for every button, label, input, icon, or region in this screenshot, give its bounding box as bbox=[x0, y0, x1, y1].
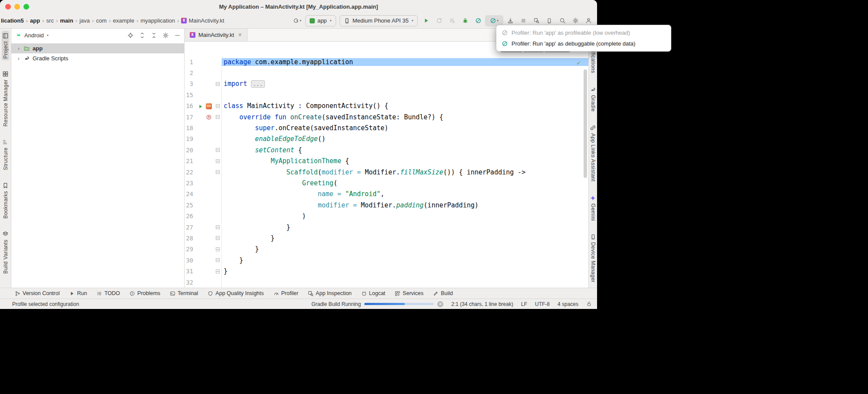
tool-window-button-terminal[interactable]: Terminal bbox=[170, 290, 198, 296]
tool-window-button-device-manager[interactable]: Device Manager bbox=[590, 232, 597, 284]
project-view-selector[interactable]: Android ▾ bbox=[16, 32, 49, 39]
close-tab-icon[interactable]: ✕ bbox=[238, 32, 242, 38]
fold-marker[interactable] bbox=[216, 236, 220, 240]
code-line[interactable]: 25 modifier = Modifier.padding(innerPadd… bbox=[185, 200, 588, 210]
code-line[interactable]: 2 bbox=[185, 67, 588, 78]
code-text[interactable]: Scaffold(modifier = Modifier.fillMaxSize… bbox=[222, 168, 588, 176]
lock-icon[interactable] bbox=[586, 301, 592, 307]
tool-window-button-gradle[interactable]: Gradle bbox=[589, 85, 597, 113]
code-line[interactable]: 20 setContent { bbox=[185, 144, 588, 155]
fold-marker[interactable] bbox=[216, 225, 220, 229]
code-text[interactable]: package com.example.myapplication bbox=[222, 58, 588, 66]
titlebar[interactable]: My Application – MainActivity.kt [My_App… bbox=[0, 0, 597, 13]
run-gutter-icon[interactable] bbox=[198, 103, 203, 111]
tool-window-button-structure[interactable]: Structure bbox=[2, 137, 9, 172]
rerun-icon[interactable] bbox=[433, 15, 445, 26]
cancel-build-icon[interactable]: ✕ bbox=[437, 301, 443, 307]
code-text[interactable]: } bbox=[222, 267, 588, 275]
code-text[interactable]: } bbox=[222, 256, 588, 264]
code-editor[interactable]: 1 package com.example.myapplication 2 3 … bbox=[185, 42, 588, 288]
debug-icon[interactable] bbox=[459, 15, 471, 26]
tool-window-button-todo[interactable]: TODO bbox=[96, 290, 120, 296]
code-text[interactable]: ) bbox=[222, 212, 588, 220]
code-text[interactable]: modifier = Modifier.padding(innerPadding… bbox=[222, 201, 588, 209]
breadcrumb-item[interactable]: src bbox=[46, 17, 55, 24]
close-window-button[interactable] bbox=[5, 4, 11, 10]
tool-window-button-resource-manager[interactable]: Resource Manager bbox=[2, 69, 9, 128]
tool-window-button-build-variants[interactable]: Build Variants bbox=[2, 229, 9, 276]
code-line[interactable]: 23 Greeting( bbox=[185, 177, 588, 188]
code-line[interactable]: 30 } bbox=[185, 255, 588, 266]
tool-window-button-gemini[interactable]: Gemini bbox=[589, 193, 597, 223]
popup-item[interactable]: Profiler: Run 'app' as profileable (low … bbox=[496, 27, 671, 38]
code-line[interactable]: 22 Scaffold(modifier = Modifier.fillMaxS… bbox=[185, 167, 588, 177]
collapse-all-icon[interactable] bbox=[151, 32, 157, 39]
breadcrumb-item[interactable]: KMainActivity.kt bbox=[180, 17, 225, 24]
code-text[interactable]: MyApplicationTheme { bbox=[222, 157, 588, 165]
breadcrumb-item[interactable]: example bbox=[112, 17, 135, 24]
code-text[interactable]: name = "Android", bbox=[222, 190, 588, 198]
code-text[interactable]: } bbox=[222, 234, 588, 242]
code-line[interactable]: 26 ) bbox=[185, 210, 588, 221]
popup-item[interactable]: Profiler: Run 'app' as debuggable (compl… bbox=[496, 38, 671, 49]
compose-preview-gutter-icon[interactable]: <> bbox=[206, 103, 212, 109]
inspection-status-icon[interactable]: ✓ bbox=[577, 59, 581, 67]
code-text[interactable]: import ... bbox=[222, 80, 588, 88]
tool-window-button-build[interactable]: Build bbox=[433, 290, 453, 296]
editor-scrollbar[interactable] bbox=[584, 69, 587, 178]
code-text[interactable]: setContent { bbox=[222, 146, 588, 154]
breadcrumb-item[interactable]: main bbox=[59, 17, 74, 24]
code-line[interactable]: 15 bbox=[185, 89, 588, 100]
indent-indicator[interactable]: 4 spaces bbox=[558, 301, 578, 307]
code-line[interactable]: 19 enableEdgeToEdge() bbox=[185, 134, 588, 144]
fold-marker[interactable] bbox=[216, 148, 220, 152]
code-text[interactable]: } bbox=[222, 223, 588, 231]
code-line[interactable]: 18 super.onCreate(savedInstanceState) bbox=[185, 122, 588, 133]
fold-marker[interactable] bbox=[216, 115, 220, 119]
tree-row[interactable]: › Gradle Scripts bbox=[11, 53, 184, 63]
code-line[interactable]: 27 } bbox=[185, 222, 588, 233]
zoom-window-button[interactable] bbox=[23, 4, 29, 10]
code-line[interactable]: 28 } bbox=[185, 233, 588, 243]
chevron-right-icon[interactable]: › bbox=[17, 55, 21, 62]
code-text[interactable]: enableEdgeToEdge() bbox=[222, 135, 588, 143]
profiler-low-overhead-icon[interactable] bbox=[472, 15, 484, 26]
code-line[interactable]: 3 import ... bbox=[185, 79, 588, 89]
gear-icon[interactable] bbox=[162, 32, 169, 39]
breadcrumb-item[interactable]: app bbox=[29, 17, 41, 24]
code-line[interactable]: 16 <> class MainActivity : ComponentActi… bbox=[185, 101, 588, 112]
code-line[interactable]: 24 name = "Android", bbox=[185, 189, 588, 200]
code-text[interactable]: Greeting( bbox=[222, 179, 588, 187]
caret-position-indicator[interactable]: 2:1 (34 chars, 1 line break) bbox=[451, 301, 513, 307]
tool-window-button-problems[interactable]: Problems bbox=[129, 290, 160, 296]
run-button[interactable] bbox=[420, 15, 432, 26]
run-config-selector[interactable]: app ▾ bbox=[305, 15, 336, 26]
code-text[interactable]: } bbox=[222, 245, 588, 253]
select-opened-file-icon[interactable] bbox=[127, 32, 134, 39]
code-text[interactable]: super.onCreate(savedInstanceState) bbox=[222, 124, 588, 132]
device-selector[interactable]: Medium Phone API 35 ▾ bbox=[340, 15, 418, 26]
tree-row[interactable]: › app bbox=[11, 43, 184, 53]
fold-marker[interactable] bbox=[216, 82, 220, 86]
line-ending-indicator[interactable]: LF bbox=[521, 301, 527, 307]
vcs-update-icon[interactable]: ▾ bbox=[291, 15, 303, 26]
tool-window-button-profiler[interactable]: Profiler bbox=[274, 290, 299, 296]
code-line[interactable]: 29 } bbox=[185, 244, 588, 255]
overriding-method-gutter-icon[interactable] bbox=[206, 114, 212, 122]
code-text[interactable]: class MainActivity : ComponentActivity()… bbox=[222, 102, 588, 110]
expand-all-icon[interactable] bbox=[139, 32, 145, 39]
code-line[interactable]: 31 } bbox=[185, 266, 588, 276]
tool-window-button-app-links-assistant[interactable]: App Links Assistant bbox=[589, 123, 597, 184]
encoding-indicator[interactable]: UTF-8 bbox=[535, 301, 550, 307]
code-line[interactable]: 1 package com.example.myapplication bbox=[185, 56, 588, 67]
breadcrumb-item[interactable]: lication5 bbox=[0, 17, 25, 24]
fold-marker[interactable] bbox=[216, 269, 220, 273]
hide-panel-icon[interactable] bbox=[174, 32, 181, 39]
tool-window-button-app-inspection[interactable]: App Inspection bbox=[308, 290, 352, 296]
tool-window-button-logcat[interactable]: Logcat bbox=[361, 290, 386, 296]
tool-window-button-bookmarks[interactable]: Bookmarks bbox=[2, 181, 9, 220]
apply-changes-icon[interactable] bbox=[446, 15, 458, 26]
minimize-window-button[interactable] bbox=[14, 4, 20, 10]
breadcrumb-item[interactable]: myapplication bbox=[140, 17, 176, 24]
tool-window-button-services[interactable]: Services bbox=[395, 290, 423, 296]
